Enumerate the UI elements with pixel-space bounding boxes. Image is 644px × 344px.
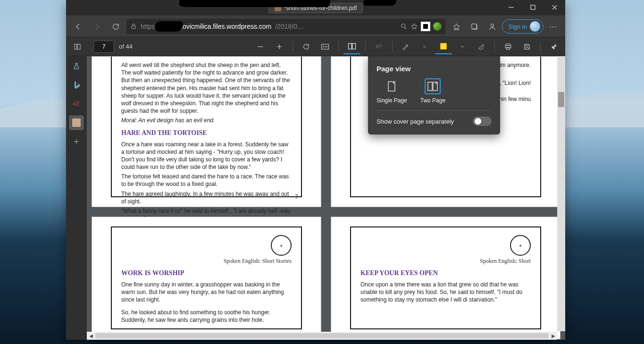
tab-favicon	[275, 5, 281, 11]
collections-button[interactable]	[466, 19, 482, 34]
url-protocol: https://	[141, 23, 160, 30]
favorite-star-icon[interactable]	[410, 23, 418, 30]
story-title: WORK IS WORSHIP	[121, 269, 292, 277]
highlight-dropdown[interactable]	[454, 39, 471, 54]
pdf-page: All went well till the shepherd shut the…	[92, 56, 321, 207]
window-close-button[interactable]	[544, 0, 565, 14]
draw-dropdown[interactable]	[416, 39, 433, 54]
translate-icon[interactable]: a正	[69, 97, 84, 111]
browser-window: *short-stories-for-children.pdf	[66, 0, 565, 340]
profile-button[interactable]	[484, 19, 500, 34]
highlight-button[interactable]	[435, 39, 452, 54]
two-page-option[interactable]: Two Page	[420, 78, 445, 104]
story-paragraph: So, he looked about to find something to…	[121, 309, 292, 324]
story-paragraph: Once a hare was roaming near a lake in a…	[121, 141, 292, 171]
story-paragraph: The tortoise felt teased and dared the h…	[121, 173, 292, 188]
avatar-icon	[530, 21, 540, 32]
page-view-popover: Page view Single Page Two Page Show cove…	[368, 56, 500, 134]
page-number-input[interactable]	[93, 41, 114, 53]
svg-point-4	[491, 24, 493, 26]
rotate-button[interactable]	[298, 39, 315, 54]
erase-button[interactable]	[473, 39, 490, 54]
zoom-in-button[interactable]	[271, 39, 288, 54]
seal-icon: ★	[271, 235, 292, 256]
more-button[interactable]: ⋯	[545, 19, 561, 34]
vertical-scrollbar[interactable]	[557, 56, 565, 331]
story-paragraph: One fine sunny day in winter, a grasshop…	[121, 281, 292, 304]
back-button[interactable]	[70, 19, 86, 34]
toolbar-separator	[540, 42, 541, 52]
story-moral: Moral: An evil design has an evil end.	[121, 117, 292, 124]
extension-orb-icon[interactable]	[433, 22, 442, 31]
single-page-label: Single Page	[376, 97, 407, 104]
toolbar-separator	[494, 42, 495, 52]
refresh-button[interactable]	[108, 19, 124, 34]
fit-width-button[interactable]	[317, 39, 334, 54]
page-view-button[interactable]	[343, 39, 360, 54]
forward-button[interactable]	[89, 19, 105, 34]
page-total-label: of 44	[119, 43, 133, 50]
story-title: KEEP YOUR EYES OPEN	[360, 269, 531, 277]
pin-toolbar-button[interactable]	[545, 39, 562, 54]
story-paragraph: The hare agreed laughingly. In a few min…	[121, 190, 292, 205]
sign-in-button[interactable]: Sign in	[502, 19, 544, 34]
svg-rect-12	[507, 47, 510, 50]
pdf-page: ★ Spoken English: Short Stories WORK IS …	[92, 217, 321, 339]
lock-icon	[130, 23, 137, 30]
svg-rect-6	[77, 44, 80, 49]
sign-in-label: Sign in	[508, 23, 527, 30]
title-bar: *short-stories-for-children.pdf	[66, 0, 565, 16]
toolbar-separator	[392, 42, 393, 52]
story-paragraph: All went well till the shepherd shut the…	[121, 61, 292, 115]
extension-badge[interactable]	[421, 22, 430, 31]
find-icon[interactable]	[400, 23, 408, 30]
story-title: HARE AND THE TORTOISE	[121, 129, 292, 137]
popover-title: Page view	[376, 65, 492, 73]
cover-page-label: Show cover page separately	[376, 118, 454, 125]
story-paragraph: Once upon a time there was a lion that g…	[360, 281, 531, 304]
url-path: /2018/0…	[275, 23, 304, 30]
add-rail-button[interactable]	[69, 134, 84, 149]
pdf-page: ★ Spoken English: Short KEEP YOUR EYES O…	[331, 217, 560, 339]
beaker-icon[interactable]	[69, 59, 84, 73]
navigation-bar: https:// andonovicmilica.files.wordpress…	[66, 16, 565, 37]
single-page-option[interactable]: Single Page	[376, 78, 407, 104]
address-bar[interactable]: https:// andonovicmilica.files.wordpress…	[126, 19, 445, 34]
pdf-viewport[interactable]: All went well till the shepherd shut the…	[87, 56, 565, 340]
zoom-out-button[interactable]	[252, 39, 269, 54]
toolbar-separator	[365, 42, 366, 52]
svg-rect-14	[428, 82, 432, 91]
browser-tab[interactable]: *short-stories-for-children.pdf	[268, 3, 363, 13]
svg-rect-11	[505, 45, 511, 48]
cover-page-toggle[interactable]	[473, 117, 492, 126]
contents-toggle-button[interactable]	[69, 39, 86, 54]
side-rail: a正	[66, 56, 87, 340]
svg-rect-5	[75, 44, 77, 49]
two-page-label: Two Page	[420, 97, 445, 104]
window-minimize-button[interactable]	[500, 0, 522, 14]
thumbnail-icon[interactable]	[69, 116, 84, 130]
toolbar-separator	[293, 42, 293, 52]
bing-icon[interactable]	[69, 78, 84, 92]
svg-rect-9	[352, 43, 356, 49]
url-domain: andonovicmilica.files.wordpress.com	[164, 23, 271, 30]
svg-rect-0	[531, 5, 535, 9]
save-button[interactable]	[519, 39, 535, 54]
page-number: 7	[295, 193, 298, 200]
page-header: Spoken English: Short Stories	[121, 258, 292, 265]
horizontal-scrollbar[interactable]: ◂ ▸	[87, 332, 557, 340]
scroll-right-icon[interactable]: ▸	[549, 332, 557, 340]
tab-title: *short-stories-for-children.pdf	[284, 5, 357, 11]
window-maximize-button[interactable]	[522, 0, 544, 14]
svg-rect-3	[472, 24, 477, 28]
print-button[interactable]	[500, 39, 517, 54]
pdf-content-area: a正 All went well till the shepherd shut …	[66, 56, 565, 340]
draw-button[interactable]	[397, 39, 414, 54]
page-header: Spoken English: Short	[360, 258, 531, 265]
svg-point-2	[401, 24, 405, 28]
read-aloud-button[interactable]: A))	[370, 39, 387, 54]
seal-icon: ★	[510, 235, 531, 256]
svg-rect-8	[349, 43, 352, 49]
favorites-button[interactable]	[448, 19, 464, 34]
scroll-left-icon[interactable]: ◂	[87, 332, 95, 340]
